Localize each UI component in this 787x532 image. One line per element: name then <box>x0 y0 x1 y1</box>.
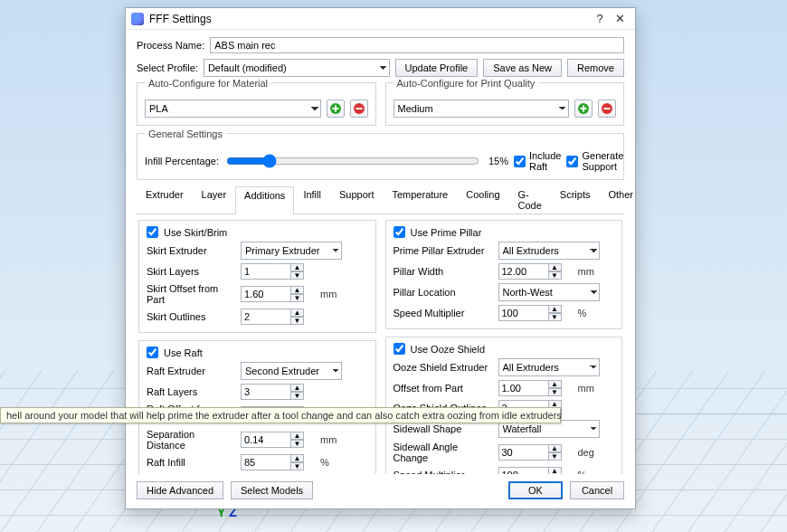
ooze-extruder-select[interactable]: All Extruders <box>498 358 600 376</box>
chevron-down-icon: ▼ <box>291 462 304 470</box>
svg-rect-7 <box>581 108 587 109</box>
ooze-shape-label: Sidewall Shape <box>394 423 493 434</box>
minus-icon <box>354 103 365 114</box>
raft-infill-spin[interactable]: ▲▼ <box>241 454 315 470</box>
select-models-button[interactable]: Select Models <box>231 481 313 499</box>
skirt-layers-spin[interactable]: ▲▼ <box>241 263 315 280</box>
prime-pillar-group: Use Prime Pillar Prime Pillar Extruder A… <box>385 220 623 329</box>
tooltip: hell around your model that will help pr… <box>0 407 561 423</box>
skirt-offset-spin[interactable]: ▲▼ <box>241 286 315 302</box>
quality-remove-button[interactable] <box>598 100 616 118</box>
skirt-group: Use Skirt/Brim Skirt Extruder Primary Ex… <box>138 220 376 333</box>
raft-infill-label: Raft Infill <box>147 457 235 468</box>
raft-separation-spin[interactable]: ▲▼ <box>241 432 315 448</box>
general-settings-fieldset: General Settings Infill Percentage: 15% … <box>137 133 624 180</box>
ooze-speed-spin[interactable]: ▲▼ <box>498 467 573 474</box>
profile-select[interactable]: Default (modified) <box>204 59 390 77</box>
raft-extruder-label: Raft Extruder <box>147 366 235 376</box>
ok-button[interactable]: OK <box>508 481 563 499</box>
ooze-offset-label: Offset from Part <box>394 383 493 394</box>
process-name-label: Process Name: <box>137 40 204 51</box>
tab-scripts[interactable]: Scripts <box>551 185 600 214</box>
prime-speed-spin[interactable]: ▲▼ <box>498 305 573 321</box>
chevron-up-icon: ▲ <box>549 380 562 388</box>
tab-temperature[interactable]: Temperature <box>383 185 457 214</box>
chevron-up-icon: ▲ <box>549 467 562 474</box>
pillar-width-spin[interactable]: ▲▼ <box>498 263 573 280</box>
svg-rect-2 <box>332 108 338 109</box>
chevron-up-icon: ▲ <box>549 305 562 313</box>
fff-settings-dialog: FFF Settings ? ✕ Process Name: Select Pr… <box>125 7 636 509</box>
skirt-extruder-label: Skirt Extruder <box>147 245 235 256</box>
help-icon[interactable]: ? <box>590 10 610 28</box>
prime-extruder-label: Prime Pillar Extruder <box>394 245 493 256</box>
close-icon[interactable]: ✕ <box>610 10 630 28</box>
general-legend: General Settings <box>145 128 226 139</box>
auto-material-legend: Auto-Configure for Material <box>145 78 271 89</box>
tab-layer[interactable]: Layer <box>193 185 236 214</box>
infill-value: 15% <box>488 156 508 166</box>
quality-add-button[interactable] <box>574 100 593 118</box>
chevron-down-icon: ▼ <box>291 440 304 448</box>
auto-quality-legend: Auto-Configure for Print Quality <box>394 78 539 89</box>
ooze-angle-spin[interactable]: ▲▼ <box>498 444 573 461</box>
use-raft-checkbox[interactable]: Use Raft <box>147 347 368 358</box>
tab-infill[interactable]: Infill <box>294 185 330 214</box>
material-add-button[interactable] <box>327 100 345 118</box>
process-name-input[interactable] <box>210 37 624 53</box>
tab-other[interactable]: Other <box>599 185 635 214</box>
raft-layers-label: Raft Layers <box>147 386 235 397</box>
chevron-up-icon: ▲ <box>291 432 304 440</box>
generate-support-checkbox[interactable]: Generate Support <box>566 150 623 172</box>
tab-extruder[interactable]: Extruder <box>137 185 193 214</box>
raft-layers-spin[interactable]: ▲▼ <box>241 384 315 400</box>
ooze-extruder-label: Ooze Shield Extruder <box>394 362 493 373</box>
raft-extruder-select[interactable]: Second Extruder <box>241 362 342 380</box>
titlebar: FFF Settings ? ✕ <box>126 8 635 30</box>
skirt-layers-label: Skirt Layers <box>147 266 235 277</box>
auto-material-fieldset: Auto-Configure for Material PLA <box>137 82 376 126</box>
tab-support[interactable]: Support <box>330 185 384 214</box>
include-raft-checkbox[interactable]: Include Raft <box>514 150 561 172</box>
pillar-width-label: Pillar Width <box>394 266 493 277</box>
skirt-extruder-select[interactable]: Primary Extruder <box>241 242 342 260</box>
material-select[interactable]: PLA <box>145 100 321 118</box>
skirt-outlines-label: Skirt Outlines <box>147 311 235 322</box>
chevron-down-icon: ▼ <box>291 317 304 325</box>
chevron-up-icon: ▲ <box>549 444 562 452</box>
skirt-outlines-spin[interactable]: ▲▼ <box>241 309 315 325</box>
material-remove-button[interactable] <box>350 100 368 118</box>
use-prime-pillar-checkbox[interactable]: Use Prime Pillar <box>394 226 615 238</box>
cancel-button[interactable]: Cancel <box>570 481 624 499</box>
prime-speed-label: Speed Multiplier <box>394 308 493 318</box>
prime-extruder-select[interactable]: All Extruders <box>498 242 600 260</box>
tab-gcode[interactable]: G-Code <box>509 185 551 214</box>
infill-slider[interactable] <box>226 154 479 168</box>
raft-separation-label: Separation Distance <box>147 429 235 451</box>
tab-bar: Extruder Layer Additions Infill Support … <box>137 185 624 214</box>
app-icon <box>131 13 144 25</box>
chevron-down-icon: ▼ <box>549 271 562 280</box>
quality-select[interactable]: Medium <box>394 100 570 118</box>
chevron-down-icon: ▼ <box>291 271 304 280</box>
chevron-up-icon: ▲ <box>291 454 304 462</box>
tab-cooling[interactable]: Cooling <box>457 185 508 214</box>
chevron-down-icon: ▼ <box>549 388 562 396</box>
ooze-offset-spin[interactable]: ▲▼ <box>498 380 573 396</box>
tab-additions[interactable]: Additions <box>235 186 294 214</box>
svg-rect-9 <box>604 108 611 109</box>
chevron-up-icon: ▲ <box>549 263 562 271</box>
skirt-offset-label: Skirt Offset from Part <box>147 283 235 305</box>
hide-advanced-button[interactable]: Hide Advanced <box>137 481 223 499</box>
chevron-up-icon: ▲ <box>291 309 304 317</box>
use-ooze-shield-checkbox[interactable]: Use Ooze Shield <box>394 343 615 355</box>
use-skirt-checkbox[interactable]: Use Skirt/Brim <box>147 226 368 238</box>
chevron-down-icon: ▼ <box>549 452 562 461</box>
chevron-up-icon: ▲ <box>291 384 304 392</box>
auto-quality-fieldset: Auto-Configure for Print Quality Medium <box>385 82 625 126</box>
chevron-up-icon: ▲ <box>291 263 304 271</box>
update-profile-button[interactable]: Update Profile <box>395 59 479 77</box>
save-as-new-button[interactable]: Save as New <box>483 59 562 77</box>
pillar-location-select[interactable]: North-West <box>498 283 600 301</box>
remove-profile-button[interactable]: Remove <box>567 59 624 77</box>
